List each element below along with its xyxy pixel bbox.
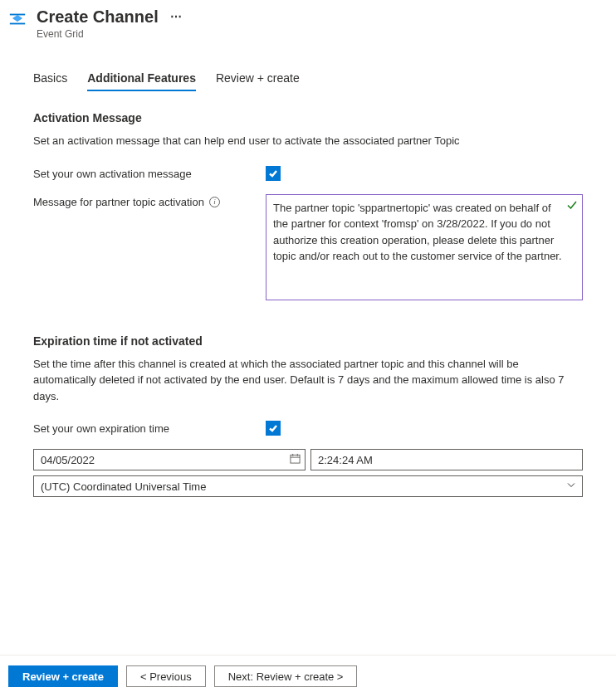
expiration-section-heading: Expiration time if not activated [33, 334, 583, 348]
own-activation-label: Set your own activation message [33, 166, 266, 180]
activation-message-textarea[interactable] [266, 194, 583, 300]
previous-button[interactable]: < Previous [126, 665, 206, 687]
activation-section-heading: Activation Message [33, 111, 583, 124]
page-header: Create Channel ⋯ Event Grid [0, 0, 616, 51]
activation-message-label: Message for partner topic activation [33, 196, 204, 208]
next-button[interactable]: Next: Review + create > [214, 665, 358, 687]
tab-review-create[interactable]: Review + create [216, 71, 300, 91]
svg-rect-1 [10, 23, 25, 25]
activation-section-desc: Set an activation message that can help … [33, 133, 583, 149]
own-expiration-label: Set your own expiration time [33, 421, 266, 435]
page-title: Create Channel [37, 7, 159, 27]
expiration-section-desc: Set the time after this channel is creat… [33, 356, 583, 405]
tabs: Basics Additional Features Review + crea… [33, 71, 583, 91]
own-activation-checkbox[interactable] [266, 166, 281, 181]
expiration-time-input[interactable] [310, 449, 583, 470]
timezone-select[interactable]: (UTC) Coordinated Universal Time [33, 475, 583, 497]
more-actions-button[interactable]: ⋯ [170, 11, 182, 22]
page-subtitle: Event Grid [37, 28, 182, 40]
event-grid-icon [8, 10, 27, 28]
expiration-date-input[interactable] [33, 449, 306, 470]
info-icon[interactable]: i [209, 197, 220, 207]
footer: Review + create < Previous Next: Review … [0, 655, 616, 697]
review-create-button[interactable]: Review + create [8, 665, 118, 687]
validation-check-icon [566, 199, 578, 213]
own-expiration-checkbox[interactable] [266, 421, 281, 436]
tab-additional-features[interactable]: Additional Features [87, 71, 196, 91]
tab-basics[interactable]: Basics [33, 71, 67, 91]
